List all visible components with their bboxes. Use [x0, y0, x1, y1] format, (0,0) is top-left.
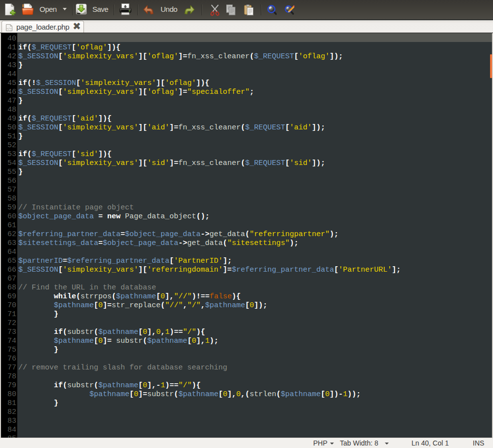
svg-text:</>: </>: [6, 27, 12, 31]
